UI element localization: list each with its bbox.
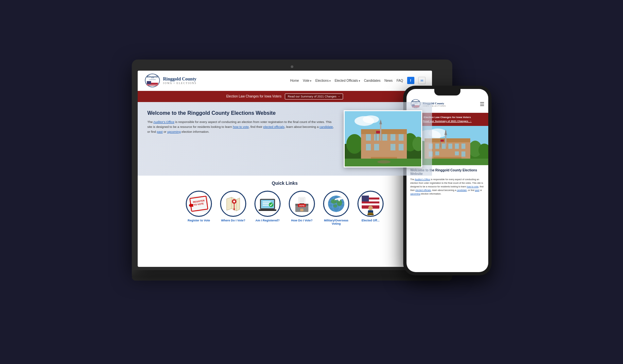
hero-section: Welcome to the Ringgold County Elections… <box>138 102 432 176</box>
svg-rect-6 <box>147 84 158 86</box>
hamburger-menu-icon[interactable]: ☰ <box>480 101 484 107</box>
svg-rect-7 <box>147 81 151 84</box>
courthouse-image <box>344 110 422 167</box>
svg-text:Ringgold: Ringgold <box>146 75 158 78</box>
laptop-screen: Ringgold COUNTY <box>138 71 432 267</box>
svg-rect-121 <box>433 157 461 159</box>
where-do-i-vote-link[interactable]: Where Do I Vote? <box>218 191 248 225</box>
svg-rect-23 <box>366 144 371 150</box>
svg-rect-64 <box>300 200 304 200</box>
svg-point-85 <box>368 206 373 210</box>
nav-candidates[interactable]: Candidates <box>364 79 381 82</box>
svg-point-10 <box>363 115 379 123</box>
envelope-icon[interactable]: ✉ <box>418 77 425 84</box>
svg-rect-122 <box>435 155 460 157</box>
hero-content: Welcome to the Ringgold County Elections… <box>147 110 337 167</box>
am-i-registered-link[interactable]: Am I Registered? <box>253 191 282 225</box>
upcoming-link[interactable]: upcoming <box>167 130 181 133</box>
svg-marker-88 <box>367 214 374 215</box>
svg-rect-32 <box>372 155 395 157</box>
svg-rect-65 <box>300 201 304 202</box>
svg-rect-25 <box>390 144 395 150</box>
svg-rect-68 <box>300 209 303 211</box>
nav-elections[interactable]: Elections <box>315 79 331 82</box>
svg-point-12 <box>346 134 363 154</box>
svg-rect-30 <box>376 131 380 133</box>
svg-rect-116 <box>461 151 465 157</box>
svg-rect-53 <box>259 209 276 211</box>
svg-text:COUNTY: COUNTY <box>149 79 156 80</box>
elected-officials-link[interactable]: elected officials <box>263 125 285 129</box>
military-circle <box>323 191 349 217</box>
svg-rect-87 <box>368 213 373 214</box>
phone-notch <box>434 89 460 95</box>
phone-auditors-link[interactable]: Auditor's Office <box>415 178 430 181</box>
laptop-bottom <box>132 277 452 281</box>
svg-rect-19 <box>374 134 379 141</box>
svg-rect-41 <box>191 204 193 207</box>
svg-rect-112 <box>461 144 465 149</box>
banner-cta-button[interactable]: Read our Summary of 2021 Changes → <box>285 94 343 99</box>
register-to-vote-label: Register to Vote <box>188 219 210 222</box>
military-overseas-link[interactable]: Military/Overseas Voting <box>321 191 351 225</box>
nav-news[interactable]: News <box>384 79 392 82</box>
phone-past-link[interactable]: past <box>475 189 479 191</box>
banner-text: Election Law Changes for Iowa Voters <box>226 95 282 98</box>
announcement-banner: Election Law Changes for Iowa Voters Rea… <box>138 91 432 102</box>
auditors-office-link[interactable]: Auditor's Office <box>153 120 174 124</box>
svg-rect-56 <box>263 205 270 206</box>
svg-rect-31 <box>371 157 397 159</box>
how-do-i-vote-label: How Do I Vote? <box>291 219 312 222</box>
how-do-i-vote-link[interactable]: VOTE How Do I Vote? <box>287 191 317 225</box>
svg-rect-22 <box>399 134 404 141</box>
scene: Ringgold COUNTY <box>132 60 492 305</box>
nav-elected-officials[interactable]: Elected Officials <box>335 79 360 82</box>
phone-elected-link[interactable]: elected officials <box>415 189 431 191</box>
hero-title: Welcome to the Ringgold County Elections… <box>147 110 337 116</box>
svg-rect-108 <box>435 144 439 149</box>
svg-rect-26 <box>399 144 404 150</box>
how-circle: VOTE <box>289 191 315 217</box>
site-nav: Home Vote Elections Elected Officials Ca… <box>290 77 425 84</box>
elected-officials-link[interactable]: Elected Off... <box>356 191 385 225</box>
svg-text:VOTE: VOTE <box>299 205 304 207</box>
elected-circle <box>357 191 384 217</box>
nav-vote[interactable]: Vote <box>303 79 311 82</box>
svg-rect-63 <box>300 199 304 199</box>
am-i-registered-label: Am I Registered? <box>255 219 280 222</box>
phone-hero-text: The Auditor's Office is responsible for … <box>410 178 484 196</box>
past-link[interactable]: past <box>157 130 163 133</box>
quick-links-grid: REGISTER TO VOTE Register to Vote <box>144 191 425 225</box>
nav-faq[interactable]: FAQ <box>396 79 403 82</box>
svg-rect-55 <box>263 203 269 204</box>
quick-links-title: Quick Links <box>144 181 425 186</box>
svg-point-47 <box>233 200 235 202</box>
logo-text-area: Ringgold County IOWA • ELECTIONS <box>163 77 197 85</box>
phone-how-to-vote-link[interactable]: how to vote <box>467 185 478 188</box>
svg-point-34 <box>377 160 390 164</box>
svg-rect-84 <box>362 196 369 201</box>
military-overseas-label: Military/Overseas Voting <box>321 219 351 225</box>
site-header: Ringgold COUNTY <box>138 71 432 91</box>
nav-home[interactable]: Home <box>290 79 299 82</box>
svg-rect-17 <box>361 129 407 134</box>
svg-rect-120 <box>441 140 444 142</box>
register-to-vote-circle: REGISTER TO VOTE <box>186 191 212 217</box>
logo-badge: Ringgold COUNTY <box>144 73 161 88</box>
facebook-icon[interactable]: f <box>407 77 414 84</box>
register-to-vote-link[interactable]: REGISTER TO VOTE Register to Vote <box>184 191 214 225</box>
logo-area: Ringgold COUNTY <box>144 73 197 88</box>
svg-marker-43 <box>227 197 240 211</box>
hero-description: The Auditor's Office is responsible for … <box>147 119 337 134</box>
am-i-registered-circle <box>254 191 281 217</box>
phone-candidate-link[interactable]: candidate <box>457 189 467 191</box>
elected-officials-ql-label: Elected Off... <box>361 219 379 222</box>
logo-subtitle: IOWA • ELECTIONS <box>163 82 197 85</box>
phone-upcoming-link[interactable]: upcoming <box>410 193 420 195</box>
svg-rect-20 <box>382 134 387 141</box>
candidate-link[interactable]: candidate <box>320 125 333 129</box>
how-to-vote-link[interactable]: how to vote <box>233 125 249 129</box>
where-circle <box>220 191 246 217</box>
svg-rect-110 <box>448 144 452 149</box>
svg-point-77 <box>333 204 337 208</box>
